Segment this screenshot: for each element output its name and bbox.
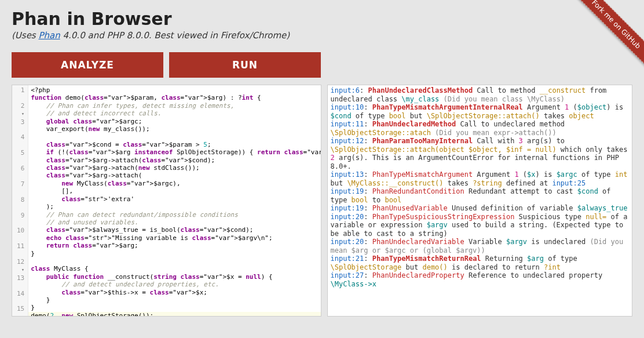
analyze-button[interactable]: ANALYZE (12, 52, 163, 78)
button-row: ANALYZE RUN (12, 52, 632, 78)
run-button[interactable]: RUN (169, 52, 321, 78)
page-title: Phan in Browser (12, 9, 632, 29)
editor-content[interactable]: <?php function demo(class="var">$param, … (28, 85, 321, 316)
editor-gutter: 1 2 ▾ 3 4 5 6 7 8 9 10 11 12 ▾ 13 14 15 … (12, 85, 28, 316)
phan-link[interactable]: Phan (38, 30, 60, 41)
output-panel: input:6: PhanUndeclaredClassMethod Call … (327, 85, 632, 317)
code-editor[interactable]: 1 2 ▾ 3 4 5 6 7 8 9 10 11 12 ▾ 13 14 15 … (12, 85, 321, 317)
subtitle: (Uses Phan 4.0.0 and PHP 8.0.0. Best vie… (12, 30, 632, 41)
